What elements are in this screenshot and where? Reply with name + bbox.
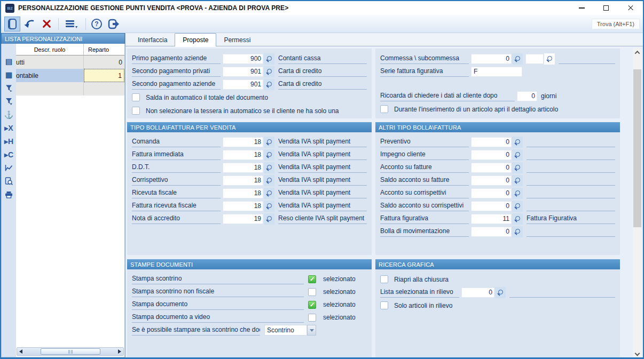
field-label: Acconto su corrispettivi <box>380 188 469 198</box>
find-shortcut-badge[interactable]: Trova (Alt+F1) <box>592 19 640 29</box>
reparto-cell-editing[interactable]: 1 <box>84 69 124 82</box>
reparto-cell[interactable]: 0 <box>84 55 124 69</box>
value-input[interactable]: 18 <box>223 201 263 211</box>
value-input[interactable]: 18 <box>223 175 263 186</box>
field-description: Fattura Figurativa <box>527 214 615 224</box>
value-input[interactable]: 0 <box>471 175 512 186</box>
table-row[interactable]: utti 0 <box>16 55 124 69</box>
goto-x-icon[interactable]: ▸X <box>4 123 14 132</box>
table-row-selected[interactable]: ontabile 1 <box>16 69 124 82</box>
lookup-button[interactable] <box>264 175 274 186</box>
value-input[interactable]: 18 <box>223 150 263 160</box>
lookup-button[interactable] <box>264 137 274 148</box>
checkbox-salda-automatico[interactable] <box>132 93 140 101</box>
value-input[interactable]: 18 <box>223 137 263 147</box>
table-icon[interactable]: ▦ <box>4 70 14 79</box>
goto-c-icon[interactable]: ▸C <box>4 150 14 159</box>
checkbox-solo-articoli-rilievo[interactable] <box>380 301 388 309</box>
checkbox-stampa-scontrino[interactable] <box>308 275 316 283</box>
checkbox-riapri-chiusura[interactable] <box>380 275 388 283</box>
checkbox-non-selezionare-tessera[interactable] <box>132 107 140 115</box>
tab-interfaccia[interactable]: Interfaccia <box>130 34 175 46</box>
descr-cell[interactable]: ontabile <box>16 69 84 82</box>
horizontal-scrollbar[interactable] <box>17 347 124 356</box>
lookup-button[interactable] <box>495 287 506 298</box>
print-icon[interactable] <box>4 190 14 199</box>
tab-proposte[interactable]: Proposte <box>175 33 216 46</box>
lookup-button[interactable] <box>264 213 274 225</box>
anchor-icon[interactable]: ⚓ <box>4 110 14 119</box>
close-button[interactable] <box>618 1 643 15</box>
lookup-button[interactable] <box>512 53 523 65</box>
scrollbar-thumb[interactable] <box>41 348 100 355</box>
menu-button[interactable]: ▾ <box>61 17 82 31</box>
value-input[interactable]: 0 <box>471 227 512 237</box>
tab-permessi[interactable]: Permessi <box>216 34 258 46</box>
column-header-reparto[interactable]: Reparto <box>84 44 124 55</box>
proponi-dropdown[interactable]: Scontrino <box>264 325 316 336</box>
undo-button[interactable] <box>21 17 37 31</box>
lookup-button[interactable] <box>264 66 274 77</box>
sub-value-input[interactable] <box>525 54 544 64</box>
lookup-button[interactable] <box>264 149 274 161</box>
minimize-button[interactable] <box>569 1 594 15</box>
lookup-button[interactable] <box>264 188 274 199</box>
filter-icon[interactable] <box>4 97 14 106</box>
exit-button[interactable] <box>106 17 122 31</box>
lookup-button[interactable] <box>512 162 523 173</box>
value-input[interactable]: 18 <box>223 163 263 173</box>
dropdown-arrow-icon[interactable] <box>307 325 316 336</box>
checkbox-dettaglio-articolo[interactable] <box>380 105 388 113</box>
value-input[interactable]: 901 <box>223 79 263 90</box>
menu-icon <box>66 20 74 28</box>
value-input[interactable]: 0 <box>471 188 512 198</box>
value-input[interactable]: 0 <box>471 163 512 173</box>
checkbox-stampa-documento[interactable] <box>308 301 316 309</box>
descr-cell[interactable]: utti <box>16 55 84 69</box>
goto-h-icon[interactable]: ▸H <box>4 137 14 146</box>
value-input[interactable]: 0 <box>471 137 512 147</box>
delete-button[interactable] <box>38 17 54 31</box>
scroll-up-arrow[interactable] <box>633 48 642 57</box>
scroll-right-arrow[interactable] <box>116 348 123 355</box>
column-header-descr[interactable]: Descr. ruolo <box>16 44 84 55</box>
value-input[interactable]: 901 <box>223 67 263 77</box>
lookup-button[interactable] <box>544 53 555 65</box>
lookup-button[interactable] <box>512 137 523 148</box>
value-input[interactable]: 0 <box>461 288 494 298</box>
value-input[interactable]: 900 <box>223 54 263 64</box>
lookup-button[interactable] <box>264 162 274 173</box>
value-input[interactable]: 0 <box>471 201 512 211</box>
list-icon[interactable]: ▤ <box>4 57 14 66</box>
value-input[interactable]: 0 <box>471 54 512 64</box>
maximize-button[interactable] <box>594 1 618 15</box>
lookup-button[interactable] <box>512 188 523 199</box>
value-input[interactable]: 19 <box>223 214 263 224</box>
scroll-left-arrow[interactable] <box>17 348 25 355</box>
lookup-button[interactable] <box>512 201 523 212</box>
vertical-scrollbar[interactable] <box>633 48 642 357</box>
scrollbar-thumb[interactable] <box>633 69 641 227</box>
value-input[interactable]: 18 <box>223 188 263 198</box>
lookup-button[interactable] <box>264 53 274 65</box>
value-input[interactable]: 0 <box>471 150 512 160</box>
lookup-button[interactable] <box>264 201 274 212</box>
giorni-input[interactable]: 0 <box>517 91 537 101</box>
panel-toggle-button[interactable] <box>4 17 20 31</box>
lookup-button[interactable] <box>512 149 523 161</box>
dropdown-value[interactable]: Scontrino <box>264 325 307 336</box>
help-button[interactable]: ? <box>89 17 105 31</box>
tab-content: Primo pagamento aziende 900 Contanti cas… <box>125 46 643 357</box>
checkbox-stampa-scontrino-non-fiscale[interactable] <box>308 288 316 296</box>
checkbox-stampa-documento-video[interactable] <box>308 314 316 322</box>
serie-input[interactable]: F <box>471 67 522 77</box>
lookup-button[interactable] <box>512 226 523 237</box>
lookup-button[interactable] <box>512 213 523 225</box>
filter-add-icon[interactable] <box>4 83 14 92</box>
lookup-button[interactable] <box>512 175 523 186</box>
lookup-button[interactable] <box>264 79 274 90</box>
chart-icon[interactable] <box>4 163 14 172</box>
value-input[interactable]: 11 <box>471 214 512 224</box>
scroll-down-arrow[interactable] <box>633 349 642 357</box>
print-preview-icon[interactable] <box>4 177 14 186</box>
